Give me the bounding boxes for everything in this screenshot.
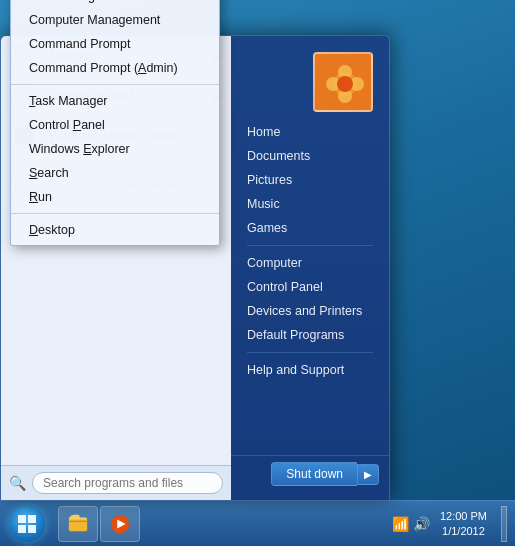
start-button[interactable]: [0, 501, 54, 547]
ctx-computer-management[interactable]: Computer Management: [11, 8, 219, 32]
start-menu-right-panel: Home Documents Pictures Music Games Comp…: [231, 36, 389, 500]
user-avatar[interactable]: [313, 52, 373, 112]
desktop: Notepad ▶ Getting Started ▶: [0, 0, 515, 546]
right-item-control-panel[interactable]: Control Panel: [231, 275, 389, 299]
tray-volume-icon: 🔊: [413, 516, 430, 532]
mediaplayer-icon: [109, 513, 131, 535]
right-item-computer[interactable]: Computer: [231, 251, 389, 275]
tray-time: 12:00 PM: [440, 509, 487, 523]
right-item-documents[interactable]: Documents: [231, 144, 389, 168]
pictures-label: Pictures: [247, 173, 292, 187]
start-menu-bottom: Shut down ▶: [231, 455, 389, 492]
ctx-desktop[interactable]: Desktop: [11, 218, 219, 242]
music-label: Music: [247, 197, 280, 211]
shutdown-arrow-button[interactable]: ▶: [357, 464, 379, 485]
ctx-windows-explorer[interactable]: Windows Explorer: [11, 137, 219, 161]
svg-rect-25: [69, 518, 87, 531]
ctx-divider-2: [11, 213, 219, 214]
control-panel-label: Control Panel: [247, 280, 323, 294]
right-divider-2: [247, 352, 373, 353]
right-divider-1: [247, 245, 373, 246]
home-label: Home: [247, 125, 280, 139]
svg-rect-22: [28, 515, 36, 523]
search-input[interactable]: [32, 472, 223, 494]
shutdown-main-button[interactable]: Shut down: [271, 462, 357, 486]
svg-rect-21: [18, 515, 26, 523]
explorer-icon: [67, 513, 89, 535]
right-item-help-support[interactable]: Help and Support: [231, 358, 389, 382]
ctx-control-panel[interactable]: Control Panel: [11, 113, 219, 137]
start-search-bar: 🔍: [1, 465, 231, 500]
taskbar-item-mediaplayer[interactable]: [100, 506, 140, 542]
system-tray: 📶 🔊 12:00 PM 1/1/2012: [392, 506, 515, 542]
ctx-task-manager[interactable]: Task Manager: [11, 89, 219, 113]
context-menu: Programs and Features Mobility Center Po…: [10, 0, 220, 246]
taskbar: 📶 🔊 12:00 PM 1/1/2012: [0, 500, 515, 546]
taskbar-items: [54, 506, 392, 542]
devices-printers-label: Devices and Printers: [247, 304, 362, 318]
svg-rect-24: [28, 525, 36, 533]
user-tile-area: [231, 44, 389, 120]
default-programs-label: Default Programs: [247, 328, 344, 342]
right-item-games[interactable]: Games: [231, 216, 389, 240]
shutdown-button-group[interactable]: Shut down ▶: [271, 462, 379, 486]
tray-clock[interactable]: 12:00 PM 1/1/2012: [434, 507, 493, 540]
svg-point-20: [337, 76, 353, 92]
computer-label: Computer: [247, 256, 302, 270]
shutdown-arrow-icon: ▶: [364, 469, 372, 480]
ctx-divider-1: [11, 84, 219, 85]
right-item-music[interactable]: Music: [231, 192, 389, 216]
ctx-command-prompt-admin[interactable]: Command Prompt (Admin): [11, 56, 219, 80]
right-item-home[interactable]: Home: [231, 120, 389, 144]
right-item-devices-printers[interactable]: Devices and Printers: [231, 299, 389, 323]
ctx-command-prompt[interactable]: Command Prompt: [11, 32, 219, 56]
games-label: Games: [247, 221, 287, 235]
windows-logo-icon: [17, 514, 37, 534]
tray-date: 1/1/2012: [440, 524, 487, 538]
svg-rect-23: [18, 525, 26, 533]
ctx-search[interactable]: Search: [11, 161, 219, 185]
help-support-label: Help and Support: [247, 363, 344, 377]
right-item-pictures[interactable]: Pictures: [231, 168, 389, 192]
shutdown-label: Shut down: [286, 467, 343, 481]
ctx-disk-management[interactable]: Disk Management: [11, 0, 219, 8]
documents-label: Documents: [247, 149, 310, 163]
right-item-default-programs[interactable]: Default Programs: [231, 323, 389, 347]
tray-network-icon: 📶: [392, 516, 409, 532]
show-desktop-button[interactable]: [501, 506, 507, 542]
right-items-list: Home Documents Pictures Music Games Comp…: [231, 120, 389, 382]
search-icon: 🔍: [9, 475, 26, 491]
ctx-run[interactable]: Run: [11, 185, 219, 209]
taskbar-item-explorer[interactable]: [58, 506, 98, 542]
start-orb: [9, 506, 45, 542]
